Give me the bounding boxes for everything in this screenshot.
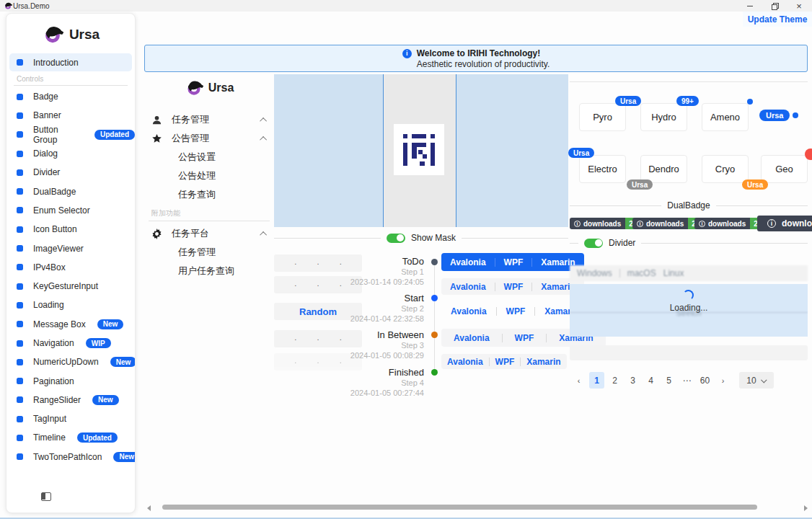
sidebar-nav-list: Badge Banner Button GroupUpdated Dialog …	[6, 87, 135, 466]
sidebar-item-dialog[interactable]: Dialog	[6, 144, 135, 163]
maximize-button[interactable]	[770, 1, 779, 10]
info-icon: i	[402, 49, 412, 58]
sidebar-item-imageviewer[interactable]: ImageViewer	[6, 239, 135, 257]
sidebar-item-introduction[interactable]: Introduction	[9, 53, 132, 71]
prev-page-button[interactable]: ‹	[571, 372, 586, 389]
sidebar-item-rangeslider[interactable]: RangeSliderNew	[6, 391, 135, 409]
page-ellipsis[interactable]: ⋯	[679, 372, 694, 389]
dualbadge-divider: DualBadge	[570, 200, 808, 210]
close-button[interactable]: ×	[795, 1, 803, 10]
info-icon: i	[767, 219, 776, 228]
sidebar-item-loading[interactable]: Loading	[6, 296, 135, 314]
wpf-button[interactable]: WPF	[495, 282, 532, 292]
page-button-60[interactable]: 60	[697, 372, 712, 389]
timeline-dot-finished	[431, 369, 438, 376]
menu-item-announcement-processing[interactable]: 公告处理	[144, 167, 274, 185]
scrollbar-thumb[interactable]	[162, 505, 757, 510]
sidebar-item-twotonepathicon[interactable]: TwoTonePathIconNew	[6, 448, 135, 466]
bullet-icon	[17, 321, 23, 327]
app-logo-icon	[4, 1, 12, 10]
timeline-dot-todo	[431, 259, 438, 265]
dot-badge	[747, 99, 753, 105]
sidebar-item-keygestureinput[interactable]: KeyGestureInput	[6, 277, 135, 296]
scroll-left-icon[interactable]	[147, 505, 151, 511]
welcome-banner: i Welcome to IRIHI Technology! Aesthetic…	[144, 45, 808, 72]
sidebar-item-taginput[interactable]: TagInput	[6, 409, 135, 428]
page-button-5[interactable]: 5	[661, 372, 676, 389]
page-button-3[interactable]: 3	[625, 372, 640, 389]
status-badge: New	[92, 395, 119, 405]
divider-toggle[interactable]	[584, 239, 603, 248]
minimize-icon	[747, 6, 753, 6]
xamarin-button[interactable]: Xamarin	[521, 357, 566, 367]
avalonia-button[interactable]: Avalonia	[441, 257, 495, 267]
sidebar-item-numericupdown[interactable]: NumericUpDownNew	[6, 352, 135, 371]
bullet-icon	[17, 416, 23, 422]
image-viewer[interactable]	[274, 74, 568, 227]
chevron-up-icon	[260, 136, 267, 143]
sidebar-item-badge[interactable]: Badge	[6, 87, 135, 106]
dot-badge-red	[805, 148, 812, 160]
show-mask-toggle[interactable]	[387, 234, 405, 243]
page-size-select[interactable]: 10	[739, 372, 774, 389]
menu-item-announcement-management[interactable]: 公告管理	[144, 129, 274, 148]
timeline-time: 2023-01-14 09:24:05	[330, 278, 424, 286]
menu-logo-text: Ursa	[208, 81, 234, 94]
sidebar-item-icon-button[interactable]: Icon Button	[6, 220, 135, 239]
page-button-1[interactable]: 1	[589, 372, 604, 389]
sidebar-item-banner[interactable]: Banner	[6, 106, 135, 125]
show-mask-label: Show Mask	[411, 233, 456, 243]
menu-item-task-platform[interactable]: 任务平台	[144, 224, 274, 243]
button-group-borderless: Avalonia WPF Xamarin	[441, 303, 588, 319]
window-title: Ursa.Demo	[13, 2, 50, 10]
page-button-2[interactable]: 2	[607, 372, 622, 389]
sidebar-item-dualbadge[interactable]: DualBadge	[6, 182, 135, 200]
menu-item-task-management[interactable]: 任务管理	[144, 110, 274, 129]
menu-item-task-query[interactable]: 任务查询	[144, 185, 274, 204]
avalonia-button[interactable]: Avalonia	[441, 282, 495, 292]
badge-card-electro: Electro	[579, 155, 626, 183]
sidebar-item-navigation[interactable]: NavigationWIP	[6, 334, 135, 352]
update-theme-button[interactable]: Update Theme	[743, 12, 812, 27]
sidebar-item-message-box[interactable]: Message BoxNew	[6, 315, 135, 334]
next-page-button[interactable]: ›	[715, 372, 731, 389]
sidebar-collapse-icon[interactable]	[41, 492, 51, 501]
sidebar-item-pagination[interactable]: Pagination	[6, 371, 135, 390]
menu-item-task-management-sub[interactable]: 任务管理	[144, 243, 274, 262]
bullet-icon	[17, 131, 23, 138]
page-button-4[interactable]: 4	[643, 372, 658, 389]
scroll-right-icon[interactable]	[804, 505, 808, 511]
wpf-button[interactable]: WPF	[495, 257, 532, 267]
bullet-icon	[17, 396, 23, 403]
timeline-step: Step 1	[330, 267, 424, 276]
divider-demo: Divider	[570, 238, 808, 248]
avalonia-button[interactable]: Avalonia	[441, 357, 489, 367]
ursa-badge: Ursa	[615, 96, 641, 106]
divider-label: Divider	[609, 238, 635, 248]
bullet-icon	[17, 169, 23, 176]
wpf-button[interactable]: WPF	[490, 357, 521, 367]
minimize-button[interactable]	[746, 1, 754, 10]
menu-item-announcement-settings[interactable]: 公告设置	[144, 148, 274, 167]
timeline-title: Start	[337, 293, 424, 303]
sidebar-item-ipv4box[interactable]: IPv4Box	[6, 258, 135, 277]
bullet-icon	[17, 245, 23, 252]
bullet-icon	[17, 226, 23, 233]
avalonia-button[interactable]: Avalonia	[441, 333, 502, 343]
tab-linux: Linux	[663, 268, 684, 278]
badge-card-geo: Geo	[761, 155, 808, 183]
wpf-button[interactable]: WPF	[503, 333, 547, 343]
timeline-time: 2024-01-05 00:08:29	[330, 351, 424, 360]
sidebar-logo-text: Ursa	[69, 27, 100, 43]
avalonia-button[interactable]: Avalonia	[441, 306, 496, 316]
sidebar-item-timeline[interactable]: TimelineUpdated	[6, 428, 135, 447]
horizontal-scrollbar[interactable]	[141, 503, 812, 513]
sidebar-item-divider[interactable]: Divider	[6, 163, 135, 182]
sidebar-item-enum-selector[interactable]: Enum Selector	[6, 201, 135, 220]
wpf-button[interactable]: WPF	[497, 306, 535, 316]
dualbadge-divider-label: DualBadge	[667, 200, 710, 210]
sidebar-item-button-group[interactable]: Button GroupUpdated	[6, 125, 135, 144]
sidebar-item-label: Introduction	[33, 58, 79, 68]
menu-item-user-task-query[interactable]: 用户任务查询	[144, 262, 274, 280]
timeline-step: Step 2	[330, 304, 424, 313]
